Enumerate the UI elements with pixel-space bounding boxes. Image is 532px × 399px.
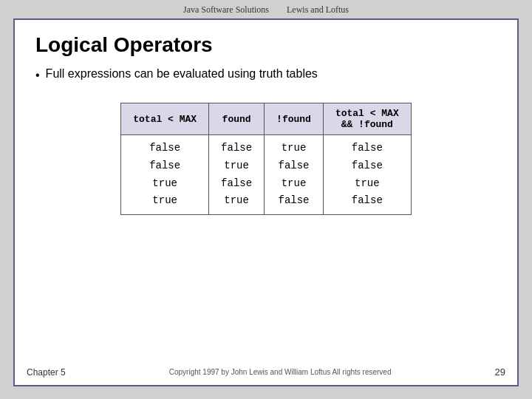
cell-combined: false false true false <box>323 135 411 215</box>
col-header-4: total < MAX && !found <box>323 103 411 135</box>
footer: Chapter 5 Copyright 1997 by John Lewis a… <box>15 366 517 378</box>
bullet-point: • Full expressions can be evaluated usin… <box>35 67 497 82</box>
cell-found: false true false true <box>209 135 265 215</box>
cell-total-max: false false true true <box>121 135 209 215</box>
cell-not-found: true false true false <box>265 135 324 215</box>
topbar-right: Lewis and Loftus <box>287 4 349 15</box>
truth-table: total < MAX found !found total < MAX && … <box>120 103 411 215</box>
table-wrapper: total < MAX found !found total < MAX && … <box>35 95 497 215</box>
col-header-2: found <box>209 103 265 135</box>
col-header-1: total < MAX <box>121 103 209 135</box>
footer-copyright: Copyright 1997 by John Lewis and William… <box>169 368 392 376</box>
bullet-dot: • <box>35 69 40 82</box>
table-row: false false true true false true false t… <box>121 135 411 215</box>
bullet-text: Full expressions can be evaluated using … <box>46 67 318 81</box>
footer-chapter: Chapter 5 <box>27 367 66 378</box>
col-header-3: !found <box>265 103 324 135</box>
top-bar: Java Software Solutions Lewis and Loftus <box>0 0 532 18</box>
slide-container: Logical Operators • Full expressions can… <box>13 18 519 386</box>
footer-page: 29 <box>495 366 505 378</box>
topbar-left: Java Software Solutions <box>183 4 269 15</box>
slide-title: Logical Operators <box>35 33 497 57</box>
